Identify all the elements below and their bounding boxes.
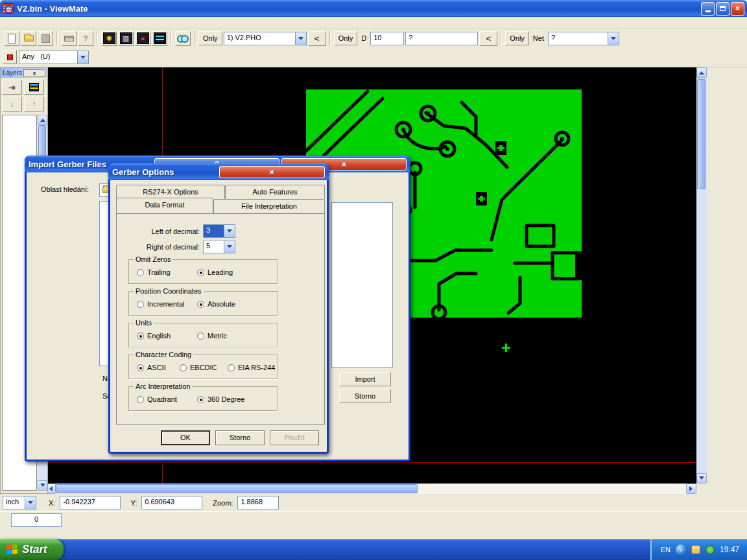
print-button[interactable] — [61, 31, 77, 46]
x-coordinate-field[interactable]: -0.942237 — [60, 496, 121, 509]
omit-zeros-group: Omit Zeros Trailing Leading — [128, 259, 278, 284]
aperture-list-button[interactable]: ▥ — [118, 31, 134, 46]
prev-net-button[interactable]: < — [479, 31, 497, 46]
radio-absolute[interactable]: Absolute — [197, 300, 235, 308]
dcode-label: D — [359, 34, 369, 42]
gerber-close-button[interactable]: × — [219, 166, 326, 178]
radio-icon — [228, 364, 235, 371]
minimize-button[interactable] — [701, 2, 715, 16]
apply-button[interactable]: Použít — [270, 430, 319, 445]
layer-down-button[interactable]: ↓ — [2, 97, 22, 111]
starburst-icon: ✱ — [103, 32, 115, 44]
layer-scroll-down-button[interactable] — [38, 480, 47, 491]
status-bar: inch X: -0.942237 Y: 0.690643 Zoom: 1.88… — [0, 494, 747, 511]
zoom-field[interactable]: 1.8868 — [237, 496, 279, 509]
color-bars-icon — [154, 32, 166, 44]
new-file-button[interactable] — [4, 31, 19, 46]
layers-panel-titlebar[interactable]: Layers x — [1, 68, 47, 78]
language-indicator[interactable]: EN — [661, 546, 670, 554]
scroll-up-button[interactable] — [696, 67, 707, 78]
tab-auto-features[interactable]: Auto Features — [225, 185, 325, 199]
layer-up-button[interactable]: ↑ — [24, 97, 44, 111]
radio-metric[interactable]: Metric — [197, 332, 227, 340]
tab-file-interpretation[interactable]: File Interpretation — [213, 199, 325, 213]
save-file-button[interactable] — [38, 31, 53, 46]
left-of-decimal-combo[interactable]: 3 — [203, 224, 235, 238]
toolbar-separator — [171, 31, 172, 45]
selection-filter-combo[interactable]: Any (U) — [19, 51, 89, 64]
chevron-down-icon[interactable] — [608, 32, 619, 45]
radio-ascii[interactable]: ASCII — [137, 364, 166, 371]
horizontal-scroll-thumb[interactable] — [56, 484, 418, 493]
open-file-button[interactable] — [21, 31, 36, 46]
layer-colors-button[interactable] — [152, 31, 167, 46]
only-layer-button[interactable]: Only — [198, 31, 222, 45]
hide-icons-button[interactable]: ‹ — [676, 544, 686, 555]
aperture-icon: ▥ — [120, 32, 132, 44]
toolbar-separator — [97, 31, 98, 45]
radio-ebcdic[interactable]: EBCDIC — [180, 364, 217, 371]
vertical-scroll-thumb[interactable] — [697, 79, 706, 189]
tab-rs274x-options[interactable]: RS274-X Options — [116, 185, 225, 199]
import-button[interactable]: Import — [339, 372, 391, 386]
gerber-dialog-title: Gerber Options — [112, 167, 217, 177]
radio-eia-rs244[interactable]: EIA RS-244 — [228, 364, 275, 371]
radio-english[interactable]: English — [137, 332, 171, 340]
chevron-down-icon[interactable] — [224, 225, 235, 237]
inspect-button[interactable] — [175, 31, 191, 46]
layer-combo[interactable]: 1) V2.PHO — [224, 32, 307, 45]
selection-mode-icon — [7, 54, 13, 60]
chevron-down-icon[interactable] — [295, 32, 306, 45]
left-of-decimal-label: Left of decimal: — [122, 228, 203, 235]
dcode-input[interactable]: 10 — [370, 32, 404, 45]
ok-button[interactable]: OK — [161, 430, 210, 445]
layer-jump-button[interactable]: ⇥ — [2, 80, 22, 95]
prev-dcode-button[interactable]: < — [308, 31, 326, 46]
radio-icon — [137, 396, 144, 403]
chevron-down-icon[interactable] — [77, 51, 88, 64]
layers-close-icon[interactable]: x — [23, 69, 45, 77]
import-cancel-button[interactable]: Storno — [339, 389, 391, 403]
chevron-down-icon[interactable] — [25, 496, 36, 509]
dcode-filter-input[interactable]: ? — [405, 32, 478, 45]
only-dcode-button[interactable]: Only — [334, 31, 358, 45]
radio-leading[interactable]: Leading — [197, 268, 233, 276]
radio-360-degree[interactable]: 360 Degree — [197, 395, 245, 403]
snap-value-field[interactable]: 0 — [11, 513, 62, 527]
dcode-view-button[interactable]: ● — [135, 31, 150, 46]
scroll-right-button[interactable] — [686, 484, 696, 494]
selection-mode-button[interactable] — [3, 50, 17, 64]
tab-data-format[interactable]: Data Format — [116, 198, 213, 213]
start-button[interactable]: Start — [0, 539, 64, 560]
radio-icon — [137, 332, 144, 340]
radio-trailing[interactable]: Trailing — [137, 268, 171, 276]
close-button[interactable]: × — [731, 2, 744, 16]
y-coordinate-field[interactable]: 0.690643 — [141, 496, 202, 509]
look-in-label: Oblast hledání: — [41, 185, 89, 193]
radio-incremental[interactable]: Incremental — [137, 300, 184, 308]
only-net-button[interactable]: Only — [505, 31, 529, 45]
gerber-cancel-button[interactable]: Storno — [215, 430, 265, 445]
unit-combo[interactable]: inch — [3, 496, 36, 509]
context-help-button[interactable]: ? — [78, 31, 93, 46]
preview-panel — [331, 202, 393, 368]
messenger-tray-icon[interactable] — [691, 545, 700, 554]
chevron-down-icon[interactable] — [224, 240, 235, 253]
layer-scroll-up-button[interactable] — [38, 115, 47, 125]
restore-button[interactable] — [716, 2, 729, 16]
right-of-decimal-label: Right of decimal: — [122, 243, 203, 251]
scroll-down-button[interactable] — [696, 473, 707, 484]
flash-view-button[interactable]: ✱ — [101, 31, 117, 46]
icq-tray-icon[interactable] — [706, 545, 715, 554]
vertical-scrollbar[interactable] — [696, 67, 707, 484]
zoom-label: Zoom: — [210, 499, 235, 507]
gerber-dialog-titlebar[interactable]: Gerber Options × — [108, 163, 329, 180]
net-combo[interactable]: ? — [548, 32, 619, 45]
right-of-decimal-combo[interactable]: 5 — [203, 240, 235, 253]
layer-colors-button[interactable] — [24, 80, 44, 95]
tab-row-2: Data Format File Interpretation — [116, 199, 325, 213]
viewmate-window: V2.bin - ViewMate × ? ✱ ▥ ● Only 1) V2.P… — [0, 0, 747, 560]
horizontal-scrollbar[interactable] — [45, 484, 696, 494]
radio-quadrant[interactable]: Quadrant — [137, 395, 177, 403]
radio-icon — [137, 269, 144, 276]
